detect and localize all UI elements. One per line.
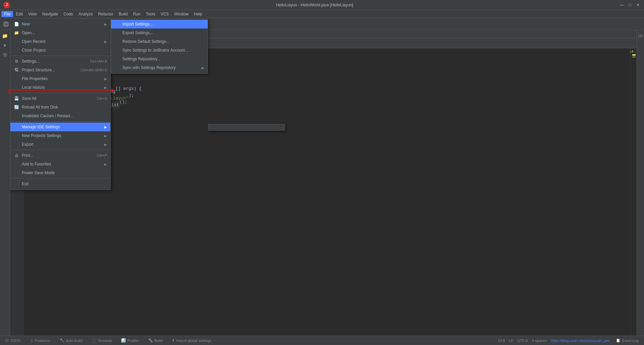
event-label: Event Log — [622, 339, 639, 343]
auto-build-btn[interactable]: 🔨 Auto-build — [58, 338, 85, 343]
import-settings[interactable]: Import Settings... — [111, 20, 208, 28]
sync-with-settings-repo[interactable]: Sync with Settings Repository ▶ — [111, 63, 208, 72]
build-btn[interactable]: 🔧 Build — [146, 338, 164, 343]
menu-settings[interactable]: ⚙ Settings... Ctrl+Alt+S — [10, 57, 110, 66]
menu-window[interactable]: Window — [171, 11, 191, 17]
power-save-icon — [14, 170, 19, 176]
menu-save-all[interactable]: 💾 Save All Ctrl+S — [10, 94, 110, 103]
terminal-btn[interactable]: ⬛ Terminal — [90, 338, 114, 343]
exit-icon — [14, 181, 19, 187]
menu-new[interactable]: 📄 New ▶ — [10, 20, 110, 28]
menu-add-favorites[interactable]: Add to Favorites ▶ — [10, 160, 110, 168]
close-button[interactable]: ✕ — [635, 2, 641, 8]
menu-code[interactable]: Code — [61, 11, 76, 17]
settings-shortcut: Ctrl+Alt+S — [90, 59, 107, 63]
exit-label: Exit — [22, 182, 29, 186]
file-prop-icon — [14, 76, 19, 81]
print-shortcut: Ctrl+P — [97, 153, 107, 157]
menu-print[interactable]: 🖨 Print... Ctrl+P — [10, 151, 110, 160]
code-line-9: ArrayList list = new ArrayList(); — [29, 102, 625, 109]
new-projects-settings-label: New Projects Settings — [22, 133, 61, 138]
proj-struct-shortcut: Ctrl+Alt+Shift+S — [80, 68, 107, 72]
menu-help[interactable]: Help — [191, 11, 205, 17]
menu-navigate[interactable]: Navigate — [40, 11, 61, 17]
status-right: 10:9 LF UTF-8 4 spaces https://blog.csdn… — [498, 338, 641, 343]
divider-1 — [10, 56, 110, 56]
code-content[interactable]: package com.meimeixia.bean; import java.… — [23, 48, 631, 336]
database-icon[interactable]: DB — [636, 31, 644, 40]
menu-analyze[interactable]: Analyze — [76, 11, 96, 17]
favorites-arrow: ▶ — [104, 162, 107, 166]
divider-2 — [10, 93, 110, 93]
menu-vcs[interactable]: VCS — [158, 11, 172, 17]
build-icon: 🔧 — [148, 338, 153, 343]
profiler-icon: 📊 — [121, 338, 126, 343]
menu-export[interactable]: Export ▶ — [10, 140, 110, 149]
menu-invalidate-caches[interactable]: Invalidate Caches / Restart... — [10, 112, 110, 120]
menu-refactor[interactable]: Refactor — [96, 11, 116, 17]
terminal-icon: ⬛ — [92, 338, 97, 343]
sync-jetbrains[interactable]: Sync Settings to JetBrains Account... — [111, 46, 208, 55]
menu-new-projects-settings[interactable]: New Projects Settings ▶ — [10, 131, 110, 140]
print-icon: 🖨 — [14, 153, 19, 158]
maximize-button[interactable]: □ — [627, 2, 633, 8]
divider-5 — [10, 178, 110, 179]
import-global-btn[interactable]: ⬆ Import global settings — [170, 338, 213, 343]
menu-open[interactable]: 📁 Open... — [10, 28, 110, 37]
restore-defaults[interactable]: Restore Default Settings... — [111, 37, 208, 46]
reload-disk-label: Reload All from Disk — [22, 105, 58, 110]
auto-build-label: Auto-build — [66, 339, 83, 343]
minimize-button[interactable]: — — [619, 2, 625, 8]
new-icon: 📄 — [14, 21, 19, 27]
profiler-btn[interactable]: 📊 Profiler — [119, 338, 141, 343]
settings-repository[interactable]: Settings Repository... — [111, 55, 208, 63]
manage-submenu: Import Settings... Export Settings... Re… — [111, 18, 208, 74]
title-text: HelloLiayun - HelloWorld.java [HelloLiay… — [10, 3, 619, 7]
menu-tools[interactable]: Tools — [143, 11, 158, 17]
menu-close-project[interactable]: Close Project — [10, 46, 110, 55]
import-label: Import global settings — [176, 339, 211, 343]
menu-view[interactable]: View — [25, 11, 40, 17]
status-url: https://blog.csdn.net/yerenyuan_pku — [551, 339, 610, 343]
menu-power-save[interactable]: Power Save Mode — [10, 168, 110, 177]
menu-reload-disk[interactable]: 🔄 Reload All from Disk — [10, 103, 110, 112]
code-line-5: // 这是单行注释哦~ — [29, 75, 625, 82]
menu-project-structure[interactable]: 🏗 Project Structure... Ctrl+Alt+Shift+S — [10, 66, 110, 74]
file-menu-dropdown: 📄 New ▶ 📁 Open... Open Recent ▶ Close Pr… — [10, 18, 111, 190]
red-bracket-indicator — [9, 90, 9, 94]
settings-label: Settings... — [22, 59, 40, 64]
menu-local-history[interactable]: Local History ▶ — [10, 83, 110, 92]
menu-open-recent[interactable]: Open Recent ▶ — [10, 37, 110, 46]
menu-manage-ide[interactable]: Manage IDE Settings ▶ — [10, 123, 110, 131]
menu-file[interactable]: File — [1, 11, 13, 17]
power-save-label: Power Save Mode — [22, 170, 55, 175]
window-controls: — □ ✕ — [619, 2, 641, 8]
sidebar-project-icon[interactable]: 📁 — [1, 31, 9, 40]
sidebar-structure-icon[interactable]: ⊞ — [1, 50, 9, 59]
export-label: Export — [22, 142, 34, 147]
problems-btn[interactable]: ⚠ Problems — [28, 338, 52, 343]
check-count: ✓1 — [634, 50, 637, 54]
event-log-btn[interactable]: 📋 Event Log — [614, 338, 641, 343]
recent-icon — [14, 39, 19, 44]
right-sidebar: DB — [637, 30, 644, 336]
file-prop-arrow: ▶ — [104, 77, 107, 81]
save-all-shortcut: Ctrl+S — [97, 96, 107, 100]
menu-exit[interactable]: Exit — [10, 180, 110, 188]
menu-run[interactable]: Run — [130, 11, 143, 17]
code-line-11 — [29, 115, 625, 122]
sync-repo-arrow: ▶ — [202, 66, 204, 70]
menu-file-properties[interactable]: File Properties ▶ — [10, 74, 110, 83]
menu-edit[interactable]: Edit — [13, 11, 25, 17]
import-icon: ⬆ — [172, 338, 175, 343]
todo-btn[interactable]: ☑ TODO — [3, 338, 23, 343]
event-icon: 📋 — [616, 338, 621, 343]
problems-label: Problems — [35, 339, 50, 343]
local-history-label: Local History — [22, 85, 45, 90]
export-settings-icon — [114, 30, 120, 36]
menu-build[interactable]: Build — [116, 11, 130, 17]
export-settings[interactable]: Export Settings... — [111, 28, 208, 37]
sidebar-favorite-icon[interactable]: ★ — [1, 41, 9, 50]
code-line-13: void method() { — [29, 129, 625, 135]
right-gutter: ⚠4 ✓1 — [631, 48, 637, 336]
